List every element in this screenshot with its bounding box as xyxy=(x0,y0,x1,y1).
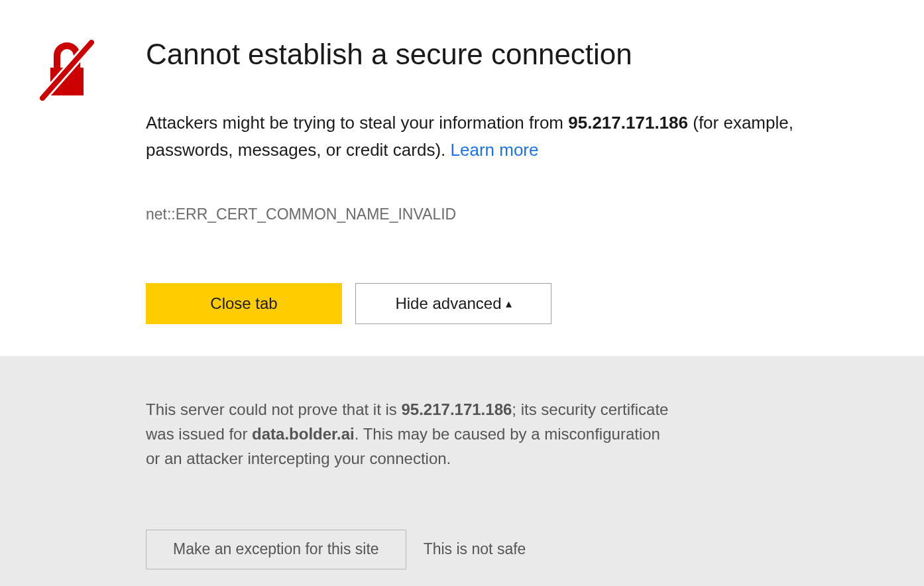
advanced-actions-row: Make an exception for this site This is … xyxy=(146,530,884,569)
lock-slash-icon xyxy=(40,91,94,103)
content-column: Cannot establish a secure connection Att… xyxy=(146,37,848,324)
error-code: net::ERR_CERT_COMMON_NAME_INVALID xyxy=(146,205,848,223)
unsafe-label: This is not safe xyxy=(424,540,526,558)
hide-advanced-button[interactable]: Hide advanced ▴ xyxy=(355,283,551,324)
make-exception-button[interactable]: Make an exception for this site xyxy=(146,530,406,569)
advanced-claimed-host: 95.217.171.186 xyxy=(402,400,512,418)
close-tab-button[interactable]: Close tab xyxy=(146,283,342,324)
learn-more-link[interactable]: Learn more xyxy=(451,140,539,160)
warning-prefix: Attackers might be trying to steal your … xyxy=(146,113,568,133)
error-headline: Cannot establish a secure connection xyxy=(146,37,848,72)
icon-column xyxy=(40,37,94,103)
hide-advanced-label: Hide advanced xyxy=(395,294,501,313)
advanced-cert-host: data.bolder.ai xyxy=(252,425,355,443)
advanced-text-prefix: This server could not prove that it is xyxy=(146,400,402,418)
button-row: Close tab Hide advanced ▴ xyxy=(146,283,848,324)
error-description: Attackers might be trying to steal your … xyxy=(146,109,848,164)
advanced-explanation: This server could not prove that it is 9… xyxy=(146,397,676,471)
warning-top-section: Cannot establish a secure connection Att… xyxy=(0,0,924,356)
warning-host: 95.217.171.186 xyxy=(568,113,688,133)
chevron-up-icon: ▴ xyxy=(506,296,512,311)
advanced-section: This server could not prove that it is 9… xyxy=(0,356,924,586)
